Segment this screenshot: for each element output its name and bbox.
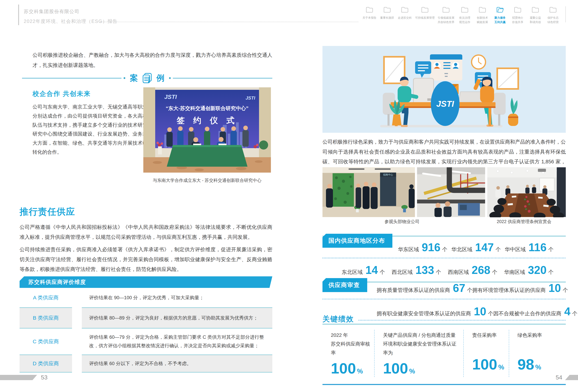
divider-dot [124,77,125,79]
tab-label: 董事长致辞 [380,16,394,20]
case-notes-icon [142,72,153,84]
stat-south-china: 华南区域 320 个 [504,263,554,276]
divider-line [173,78,272,79]
photo-logo-right: JSTI [245,95,255,101]
tab-law-governance[interactable]: 依法治理 规范运作 [457,6,472,24]
table-title: 苏交科供应商评价维度 [20,276,272,288]
tab-ecology[interactable]: 保护生态 绿色经营 [546,6,560,24]
table-row: A 类供应商 评价结果在 90—100 分，评定为优秀，可加大采购量； [20,288,272,307]
supplier-grade-table: 苏交科供应商评价维度 A 类供应商 评价结果在 90—100 分，评定为优秀，可… [20,276,272,372]
stat-quality-cert: 拥有质量管理体系认证的供应商 67 个 [377,282,472,295]
case-divider: 案 例 [22,72,272,84]
video-call-card-icon [430,54,462,81]
kpi-green-procurement: 绿色采购率 98% [509,330,566,377]
tab-label: 招贤纳士 价值共享 [512,16,523,24]
kpi-dotted-rule [358,320,566,321]
kpi-title: 关键绩效 [323,314,354,324]
folder-icon [421,6,429,13]
tab-label: 保护生态 绿色经营 [547,16,559,24]
page-footer-bar-left [0,375,37,380]
photo-signing-ceremony: JSTI JSTI “东大-苏交科交通创新联合研究中心” 签 约 仪 式 [143,87,271,173]
stat-central-china: 华中区域 116 个 [505,241,554,254]
desc-cell: 评价结果 80—89 分，评定为良好，根据供方的意愿，可协助其发展为优秀供方； [82,307,272,328]
company-name: 苏交科集团股份有限公司 [24,8,80,15]
section-paragraph-1: 公司严格遵循《中华人民共和国招标投标法》《中华人民共和国政府采购法》等法律法规要… [20,222,272,242]
stat-northeast: 东北区域 14 个 [342,263,385,276]
kpi-responsible-procurement: 责任采购率 100% [463,330,509,377]
office-illustration: JSTI [323,46,566,133]
tab-talent-value[interactable]: 招贤纳士 价值共享 [510,6,525,24]
tab-public-welfare[interactable]: 凝聚公益 和谐共创 [528,6,543,24]
desc-cell: 评价结果在 90—100 分，评定为优秀，可加大采购量； [82,288,272,307]
stat-environment-cert: 拥有环境管理体系认证的供应商 10 个 [472,282,568,295]
photo-boiler-room [417,167,485,217]
stat-southwest: 西南区域 268 个 [448,263,497,276]
folder-icon [461,6,469,13]
stat-northwest: 西北区域 133 个 [392,263,441,276]
tab-label: 聚力服务 互利共赢 [494,16,506,24]
table-row: B 类供应商 评价结果 80—89 分，评定为良好，根据供方的意愿，可协助其发展… [20,307,272,328]
photo-meeting-room [487,167,566,217]
tabbar-divider [565,6,566,22]
header-dotted-rule [100,22,358,22]
tab-label: 创新技术 赋能发展 [477,16,488,24]
tab-chairman-message[interactable]: 董事长致辞 [380,6,394,20]
report-title: 2022年度环境、社会和治理（ESG）报告 [24,18,118,24]
tab-service-winwin-active[interactable]: 聚力服务 互利共赢 [493,6,507,24]
photo-sign-text: 招商中心 [383,173,393,176]
tab-label: 依法治理 规范运作 [459,16,470,24]
folder-icon [514,6,522,13]
photo-caption-2: 2022 供应商管理条例宣贯会 [482,219,566,224]
folder-icon [531,6,539,13]
grade-cell: B 类供应商 [20,307,72,328]
photo-strip: 招商中心 [323,167,566,217]
tab-label: 引领低碳发展 共创绿色世界 [438,16,454,24]
folder-icon [383,6,391,13]
case-title: 校企合作 共创未来 [33,89,91,98]
desc-cell: 评价结果 60 分以下，评定为不合格，不予考虑。 [82,355,272,372]
tab-label: 凝聚公益 和谐共创 [530,16,541,24]
case-divider-left-char: 案 [130,73,138,84]
case-divider-right-char: 例 [156,73,164,84]
illustration-logo: JSTI [436,99,454,108]
divider-line [22,78,121,79]
photo-logo-left: JSTI [164,93,177,100]
clock-icon [472,55,485,69]
grade-cell: C 类供应商 [20,328,72,355]
tab-into-jsti[interactable]: 走进苏交科 [397,6,412,20]
section-paragraph-2: 公司持续推进责任采购，供应商准入必须签署《供方入库承诺书》，制定供方评价维度，促… [20,245,272,274]
photo-caption-1: 参观头部物业公司 [323,219,482,224]
tab-label: 关于本报告 [363,16,377,20]
stat-north-china: 华北区域 147 个 [451,241,501,254]
desc-cell: 评价结果 60—79 分，评定为合格，采购主管部门要求 C 类供方对其不足部分进… [82,328,272,355]
photo-overlay-title: “东大-苏交科交通创新联合研究中心” [166,105,248,111]
kpi-cert-rate: 关键产品供应商 / 分包商通过质量 环境和职业健康安全管理体系认证率为 100% [374,330,463,377]
tab-sustainability-management[interactable]: 可持续发展管理 [415,6,435,20]
tab-label: 可持续发展管理 [415,16,435,20]
tab-innovation-tech[interactable]: 创新技术 赋能发展 [475,6,490,24]
intro-paragraph: 公司积极推进校企融合、产教融合，加大与各大高校的合作力度与深度，戮力齐心培养高素… [33,50,272,70]
kpi-audit-rate: 2022 年 苏交科供应商审核率 100% [323,330,374,377]
photo-lobby-visit: 招商中心 [323,167,415,217]
review-badge: 供应商审查 [323,278,367,292]
case-photo-caption: 与东南大学合作成立东大 - 苏交科交通创新联合研究中心 [143,177,271,183]
key-performance-section: 关键绩效 2022 年 苏交科供应商审核率 100% 关键产品供应商 / 分包商… [323,314,566,385]
table-row: D 类供应商 评价结果 60 分以下，评定为不合格，不予考虑。 [20,355,272,372]
table-row: C 类供应商 评价结果 60—79 分，评定为合格，采购主管部门要求 C 类供方… [20,328,272,355]
header-accent-bar [18,4,19,25]
section-title: 推行责任供应 [20,206,75,218]
tab-low-carbon[interactable]: 引领低碳发展 共创绿色世界 [438,6,454,24]
divider-dot [169,77,171,79]
kpi-botline [323,384,566,385]
folder-icon [365,6,374,13]
distribution-badge: 国内供应商地区分布 [323,234,392,248]
stat-east-china: 华东区域 916 个 [398,241,447,254]
page-footer-bar-right [565,375,578,380]
page-number-right: 54 [556,374,562,381]
tab-label: 走进苏交科 [398,16,412,20]
tab-about-report[interactable]: 关于本报告 [362,6,377,20]
folder-icon [442,6,450,13]
grade-cell: D 类供应商 [20,355,72,372]
folder-icon [401,6,409,13]
page-number-left: 53 [41,374,48,381]
